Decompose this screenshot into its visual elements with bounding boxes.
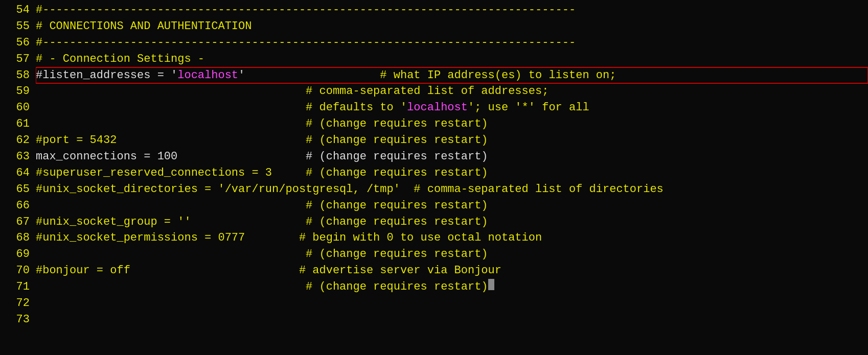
line-number: 72 (4, 295, 30, 312)
code-segment: localhost (407, 100, 468, 116)
code-segment: #unix_socket_directories = '/var/run/pos… (36, 181, 664, 198)
code-segment: #listen_addresses = ' (36, 67, 177, 84)
line-number: 65 (4, 181, 30, 198)
line-number: 64 (4, 165, 30, 181)
code-segment: # defaults to ' (36, 100, 407, 116)
code-segment: # comma-separated list of addresses; (36, 83, 549, 100)
line-number: 58 (4, 67, 30, 84)
line-number: 55 (4, 18, 30, 35)
code-line: #unix_socket_permissions = 0777 # begin … (36, 230, 868, 246)
line-number: 57 (4, 51, 30, 67)
code-segment: # (change requires restart) (36, 116, 488, 132)
code-line: # defaults to 'localhost'; use '*' for a… (36, 100, 868, 116)
code-segment: #port = 5432 # (change requires restart) (36, 132, 488, 149)
line-number: 68 (4, 230, 30, 246)
line-number: 70 (4, 263, 30, 279)
code-line: #listen_addresses = 'localhost' # what I… (36, 67, 868, 84)
code-line: # CONNECTIONS AND AUTHENTICATION (36, 18, 868, 35)
line-number: 63 (4, 149, 30, 165)
code-segment: #bonjour = off # advertise server via Bo… (36, 263, 501, 279)
text-cursor (488, 279, 494, 290)
code-segment: # what IP address(es) to listen on; (245, 67, 616, 84)
line-number: 54 (4, 2, 30, 18)
line-number: 60 (4, 100, 30, 116)
code-line: #---------------------------------------… (36, 2, 868, 18)
code-segment: #---------------------------------------… (36, 2, 576, 18)
code-line: #port = 5432 # (change requires restart) (36, 132, 868, 149)
line-number: 69 (4, 246, 30, 263)
code-segment: max_connections = 100 # (change requires… (36, 149, 488, 165)
line-numbers: 5455565758596061626364656667686970717273 (0, 2, 36, 353)
code-segment: #---------------------------------------… (36, 35, 576, 51)
code-line: max_connections = 100 # (change requires… (36, 149, 868, 165)
code-line: #bonjour = off # advertise server via Bo… (36, 263, 868, 279)
code-line: #---------------------------------------… (36, 35, 868, 51)
code-line: # (change requires restart) (36, 246, 868, 263)
code-segment: ' (238, 67, 245, 84)
code-segment: #superuser_reserved_connections = 3 # (c… (36, 165, 488, 181)
line-number: 66 (4, 198, 30, 214)
code-segment: # (change requires restart) (36, 198, 488, 214)
code-line: # (change requires restart) (36, 279, 868, 295)
code-segment: # - Connection Settings - (36, 51, 204, 67)
code-line: # comma-separated list of addresses; (36, 83, 868, 100)
code-segment: #unix_socket_permissions = 0777 # begin … (36, 230, 542, 246)
code-line: #superuser_reserved_connections = 3 # (c… (36, 165, 868, 181)
code-segment: # (change requires restart) (36, 246, 488, 263)
code-line: # (change requires restart) (36, 116, 868, 132)
line-number: 56 (4, 35, 30, 51)
code-editor: 5455565758596061626364656667686970717273… (0, 0, 868, 355)
line-number: 61 (4, 116, 30, 132)
code-segment: #unix_socket_group = '' # (change requir… (36, 214, 488, 230)
code-content[interactable]: #---------------------------------------… (36, 2, 868, 353)
line-number: 59 (4, 83, 30, 100)
code-segment: # CONNECTIONS AND AUTHENTICATION (36, 18, 252, 35)
line-number: 73 (4, 312, 30, 328)
code-line: #unix_socket_group = '' # (change requir… (36, 214, 868, 230)
code-line: # - Connection Settings - (36, 51, 868, 67)
line-number: 62 (4, 132, 30, 149)
line-number: 67 (4, 214, 30, 230)
code-line: #unix_socket_directories = '/var/run/pos… (36, 181, 868, 198)
code-line: # (change requires restart) (36, 198, 868, 214)
code-segment: # (change requires restart) (36, 279, 488, 295)
code-segment: localhost (177, 67, 238, 84)
line-number: 71 (4, 279, 30, 295)
code-segment: '; use '*' for all (468, 100, 589, 116)
